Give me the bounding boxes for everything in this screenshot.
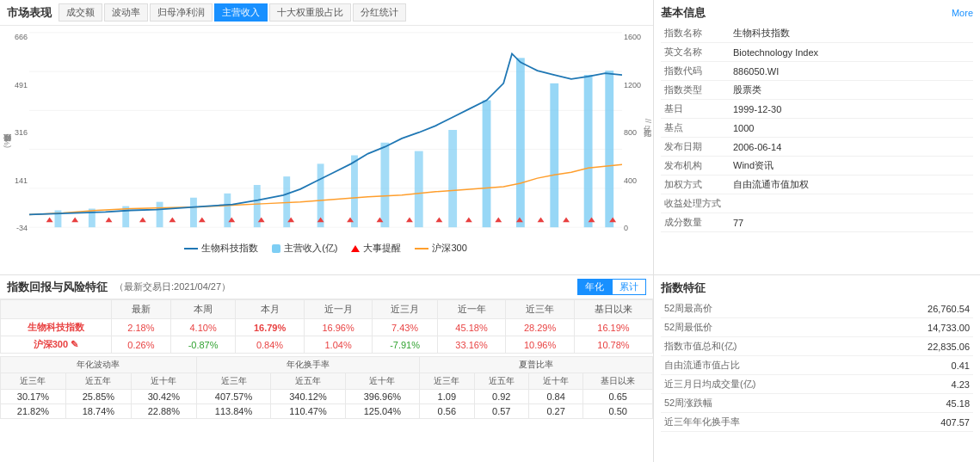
info-row-basepoint: 基点 1000 (661, 119, 973, 138)
row-label-bio: 生物科技指数 (1, 319, 112, 336)
tab-bodonglu[interactable]: 波动率 (104, 3, 148, 22)
svg-marker-27 (139, 217, 146, 222)
h3: 22.88% (131, 404, 196, 419)
hs-week: -0.87% (170, 336, 235, 354)
bio-1y: 45.18% (437, 319, 506, 336)
feat-value-low: 14,733.00 (869, 318, 973, 337)
vol-sub-10y3: 近十年 (528, 373, 582, 390)
col-header-latest: 最新 (111, 300, 170, 319)
col-header-month: 本月 (236, 300, 305, 319)
info-value-weight: 自由流通市值加权 (730, 176, 973, 194)
info-row-type: 指数类型 股票类 (661, 81, 973, 100)
info-header: 基本信息 More (661, 5, 973, 21)
h8: 0.57 (474, 404, 528, 419)
row-label-hs300: 沪深300 ✎ (1, 336, 112, 354)
v8: 0.92 (474, 390, 528, 404)
y-left-title: 累计涨跌幅(%) (2, 136, 13, 148)
svg-rect-21 (550, 83, 558, 227)
info-row-publisher: 发布机构 Wind资讯 (661, 157, 973, 176)
return-row-hs300: 沪深300 ✎ 0.26% -0.87% 0.84% 1.04% -7.91% … (1, 336, 653, 354)
h1: 21.82% (1, 404, 66, 419)
v10: 0.65 (583, 390, 653, 404)
info-label-code: 指数代码 (661, 62, 730, 81)
info-value-basedate: 1999-12-30 (730, 100, 973, 119)
svg-marker-42 (563, 217, 570, 222)
feature-table: 52周最高价 26,760.54 52周最低价 14,733.00 指数市值总和… (661, 299, 973, 432)
svg-rect-18 (448, 130, 457, 227)
vol-sub-3y2: 近三年 (196, 373, 270, 390)
more-link[interactable]: More (952, 8, 973, 18)
info-value-code: 886050.WI (730, 62, 973, 81)
y-right-label-4: 400 (624, 176, 651, 185)
tab-guimu[interactable]: 归母净利润 (150, 3, 213, 22)
info-row-weight: 加权方式 自由流通市值加权 (661, 176, 973, 194)
legend-label-remind: 大事提醒 (363, 242, 401, 255)
h4: 113.84% (196, 404, 270, 419)
svg-marker-24 (46, 217, 53, 222)
toggle-cumulative[interactable]: 累计 (612, 279, 646, 295)
col-header-name (1, 300, 112, 319)
feat-value-float: 0.41 (869, 356, 973, 375)
hs-latest: 0.26% (111, 336, 170, 354)
vol-sub-5y1: 近五年 (65, 373, 131, 390)
bio-latest: 2.18% (111, 319, 170, 336)
feat-row-52w: 52周涨跌幅 45.18 (661, 394, 973, 413)
info-row-ename: 英文名称 Biotechnology Index (661, 43, 973, 62)
chart-area: 666 491 316 141 -34 1600 1200 800 400 0 (0, 26, 653, 258)
v2: 25.85% (65, 390, 131, 404)
tab-zhuyingshouru[interactable]: 主营收入 (214, 3, 268, 22)
svg-marker-39 (495, 217, 502, 222)
feat-row-high: 52周最高价 26,760.54 (661, 299, 973, 318)
col-header-3m: 近三月 (373, 300, 437, 319)
svg-marker-26 (106, 217, 113, 222)
tab-chengjiaoe[interactable]: 成交额 (59, 3, 102, 22)
col-header-week: 本周 (170, 300, 235, 319)
h2: 18.74% (65, 404, 131, 419)
v4: 407.57% (196, 390, 270, 404)
y-right-label-2: 1200 (624, 81, 651, 89)
market-tab-bar: 成交额 波动率 归母净利润 主营收入 十大权重股占比 分红统计 (59, 3, 406, 22)
feat-row-turnover3y: 近三年年化换手率 407.57 (661, 413, 973, 432)
info-label-count: 成分数量 (661, 213, 730, 232)
svg-rect-15 (351, 156, 358, 228)
market-header: 市场表现 成交额 波动率 归母净利润 主营收入 十大权重股占比 分红统计 (0, 0, 653, 26)
svg-marker-36 (406, 217, 413, 222)
y-left-label-1: 666 (2, 33, 28, 41)
feat-value-52w: 45.18 (869, 394, 973, 413)
hs-1m: 1.04% (304, 336, 373, 354)
info-value-type: 股票类 (730, 81, 973, 100)
vol-row-bio: 30.17% 25.85% 30.42% 407.57% 340.12% 396… (1, 390, 653, 404)
market-title: 市场表现 (7, 5, 52, 21)
feat-value-mktcap: 22,835.06 (869, 337, 973, 356)
vol-sub-10y2: 近十年 (345, 373, 419, 390)
vol-header-vol: 年化波动率 (1, 357, 197, 373)
v3: 30.42% (131, 390, 196, 404)
vol-sub-3y1: 近三年 (1, 373, 66, 390)
toggle-annualized[interactable]: 年化 (577, 279, 612, 295)
legend-reminder: 大事提醒 (351, 242, 401, 255)
info-label-pubdate: 发布日期 (661, 138, 730, 157)
vol-sub-5y3: 近五年 (474, 373, 528, 390)
feature-title: 指数特征 (661, 280, 973, 296)
feat-row-low: 52周最低价 14,733.00 (661, 318, 973, 337)
svg-marker-37 (435, 217, 442, 222)
svg-rect-20 (516, 58, 525, 227)
svg-marker-38 (465, 217, 472, 222)
legend-label-rev: 主营收入(亿) (284, 242, 337, 255)
info-value-return (730, 194, 973, 213)
svg-rect-19 (483, 101, 491, 228)
col-header-1y: 近一年 (437, 300, 506, 319)
return-title: 指数回报与风险特征 (7, 280, 108, 295)
h10: 0.50 (583, 404, 653, 419)
y-left-label-2: 491 (2, 81, 28, 89)
bio-since: 16.19% (574, 319, 652, 336)
info-label-weight: 加权方式 (661, 176, 730, 194)
info-value-publisher: Wind资讯 (730, 157, 973, 176)
bio-3m: 7.43% (373, 319, 437, 336)
tab-fenhong[interactable]: 分红统计 (353, 3, 406, 22)
feat-label-52w: 52周涨跌幅 (661, 394, 869, 413)
feat-label-vol3m: 近三月日均成交量(亿) (661, 375, 869, 394)
y-right-label-3: 800 (624, 128, 651, 137)
tab-shidaquan[interactable]: 十大权重股占比 (269, 3, 351, 22)
y-right-title: 亿/元/亿元 (642, 119, 653, 123)
